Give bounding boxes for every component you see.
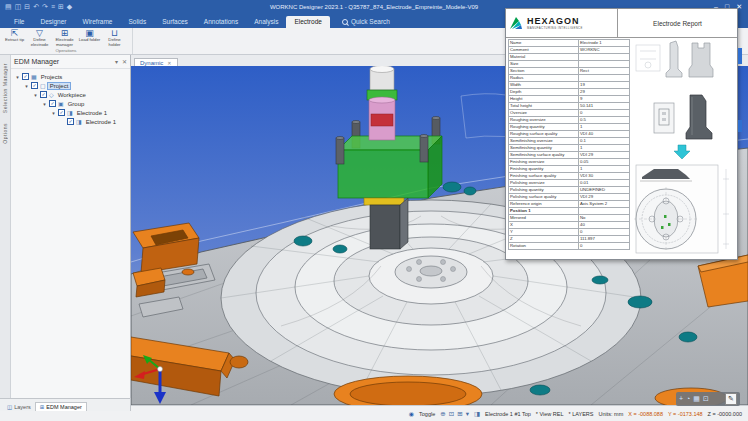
edm-manager-panel: EDM Manager ▾ ✕ ▾ ✓ ▦ Projects ▾ ✓ ▢ Pro… <box>11 55 131 398</box>
quick-access-icon[interactable]: ≡ <box>51 0 55 13</box>
hexagon-logo-icon <box>509 16 524 30</box>
electrode-holder-render <box>686 95 712 139</box>
active-electrode-label: Electrode 1 #1 Top <box>485 411 531 417</box>
tree-item-label: Project <box>48 83 71 89</box>
panel-bottom-tabs: ◫ Layers ⊞ EDM Manager <box>0 398 131 411</box>
checkbox[interactable]: ✓ <box>31 82 38 89</box>
toggle-icon[interactable]: ◉ <box>409 410 414 417</box>
report-preview-images <box>634 39 737 257</box>
tree-item[interactable]: ✓ ◨ Electrode 1 <box>56 117 130 126</box>
ribbon-button[interactable]: ⊔ Define holder <box>102 28 127 48</box>
quick-search[interactable]: Quick Search <box>342 18 390 28</box>
report-row-label: Total height <box>509 103 579 109</box>
report-row-value: No <box>579 215 629 221</box>
panel-scroll-mark[interactable] <box>738 120 742 132</box>
report-row-value: 9 <box>579 96 629 102</box>
status-view-icon[interactable]: ⊕ <box>440 410 445 418</box>
ribbon-group-label: Operations <box>0 48 132 53</box>
view-tool-icon[interactable]: ◔ <box>686 392 690 406</box>
status-view-icon[interactable]: ⊡ <box>449 410 454 418</box>
checkbox[interactable]: ✓ <box>40 91 47 98</box>
report-row-value: Axis System 2 <box>579 201 629 207</box>
expander-icon[interactable]: ▾ <box>33 92 38 98</box>
ribbon-button[interactable]: ▽ Define electrode <box>27 28 52 48</box>
tree-item[interactable]: ▾ ✓ ◇ Workpiece <box>29 90 130 99</box>
quick-access-icon[interactable]: ↶ <box>33 0 39 13</box>
ribbon-button[interactable]: ⊞ Electrode manager <box>52 28 77 48</box>
technical-drawing <box>634 165 729 253</box>
report-row-value: 0.5 <box>579 117 629 123</box>
pin-icon[interactable]: ▾ <box>115 58 118 65</box>
ribbon-group-operations: ⇱ Extract tip ▽ Define electrode ⊞ Elect… <box>0 28 133 54</box>
report-row: Section Rect <box>508 68 630 75</box>
tree-item[interactable]: ▾ ✓ ▣ Group <box>38 99 130 108</box>
panel-scroll-mark[interactable] <box>738 48 742 64</box>
report-header: HEXAGON MANUFACTURING INTELLIGENCE Elect… <box>506 9 737 38</box>
toggle-label[interactable]: Toggle <box>419 411 435 417</box>
close-icon[interactable]: ✕ <box>122 58 127 65</box>
ribbon-tab[interactable]: Electrode <box>286 16 329 28</box>
tree-item-icon: ▦ <box>31 73 37 80</box>
checkbox[interactable]: ✓ <box>49 100 56 107</box>
edm-panel-header: EDM Manager ▾ ✕ <box>11 55 130 69</box>
panel-tab-icon: ◫ <box>7 404 12 410</box>
ribbon-button-label: Define electrode <box>27 38 52 47</box>
brand-subtitle: MANUFACTURING INTELLIGENCE <box>527 26 583 30</box>
expander-icon[interactable]: ▾ <box>15 74 20 80</box>
ribbon-tab[interactable]: Surfaces <box>154 16 196 28</box>
expander-icon[interactable]: ▾ <box>24 83 29 89</box>
ribbon-button-label: Extract tip <box>5 38 24 43</box>
report-row-value: 0.05 <box>579 159 629 165</box>
quick-access-icon[interactable]: ◆ <box>67 0 72 13</box>
ribbon-tab[interactable]: Annotations <box>196 16 246 28</box>
report-row-value: VDI 29 <box>579 152 629 158</box>
coordinate-z: Z = -0000.000 <box>708 411 742 417</box>
ribbon-button[interactable]: ▣ Load folder <box>77 28 102 48</box>
quick-access-icon[interactable]: ▤ <box>5 0 12 13</box>
vertical-tab[interactable]: Options <box>2 123 8 144</box>
panel-tab[interactable]: ◫ Layers <box>3 403 35 411</box>
view-tab-dynamic[interactable]: Dynamic ✕ <box>134 58 178 66</box>
report-row-label: Radius <box>509 75 579 81</box>
checkbox[interactable]: ✓ <box>67 118 74 125</box>
status-view-icon[interactable]: ⊞ <box>457 410 462 418</box>
status-view-icon[interactable]: ▾ <box>466 410 469 418</box>
view-tool-icon[interactable]: + <box>679 392 683 406</box>
report-row-label: Semifinishing quantity <box>509 145 579 151</box>
report-row-value <box>579 61 629 67</box>
view-tool-icon[interactable]: ▦ <box>693 392 700 406</box>
expander-icon[interactable]: ▾ <box>42 101 47 107</box>
report-row-value: 0 <box>579 110 629 116</box>
quick-access-icon[interactable]: ↷ <box>42 0 48 13</box>
report-row-value: 0.01 <box>579 180 629 186</box>
quick-access-icon[interactable]: ◫ <box>15 0 22 13</box>
report-row: X 40 <box>508 222 630 229</box>
report-row-label: Section <box>509 68 579 74</box>
ribbon-tab[interactable]: Solids <box>120 16 154 28</box>
view-tool-icon[interactable]: ⊡ <box>703 392 709 406</box>
ribbon-tab[interactable]: File <box>6 16 32 28</box>
tree-item[interactable]: ▾ ✓ ◨ Electrode 1 <box>47 108 130 117</box>
vertical-tab[interactable]: Selection Manager <box>2 63 8 113</box>
report-row: Total height 50.141 <box>508 103 630 110</box>
checkbox[interactable]: ✓ <box>22 73 29 80</box>
ribbon-tab[interactable]: Analysis <box>246 16 286 28</box>
ribbon-button[interactable]: ⇱ Extract tip <box>2 28 27 48</box>
tree-item[interactable]: ▾ ✓ ▢ Project <box>20 81 130 90</box>
notes-icon[interactable]: ✎ <box>725 393 737 405</box>
ribbon-tab[interactable]: Designer <box>32 16 74 28</box>
report-row-value <box>579 75 629 81</box>
quick-access-icon[interactable]: ⊞ <box>58 0 64 13</box>
quick-access-icon[interactable]: ⊟ <box>24 0 30 13</box>
tree-item[interactable]: ▾ ✓ ▦ Projects <box>11 72 130 81</box>
report-row: Z 111.897 <box>508 236 630 243</box>
checkbox[interactable]: ✓ <box>58 109 65 116</box>
tree-item-label: Electrode 1 <box>75 110 109 116</box>
panel-tab[interactable]: ⊞ EDM Manager <box>35 402 87 411</box>
report-row-value: 29 <box>579 89 629 95</box>
ribbon-tab[interactable]: Wireframe <box>75 16 121 28</box>
expander-icon[interactable]: ▾ <box>51 110 56 116</box>
report-row-value: 0.1 <box>579 138 629 144</box>
report-row-label: Y <box>509 229 579 235</box>
coordinate-x: X = -0088.088 <box>628 411 663 417</box>
